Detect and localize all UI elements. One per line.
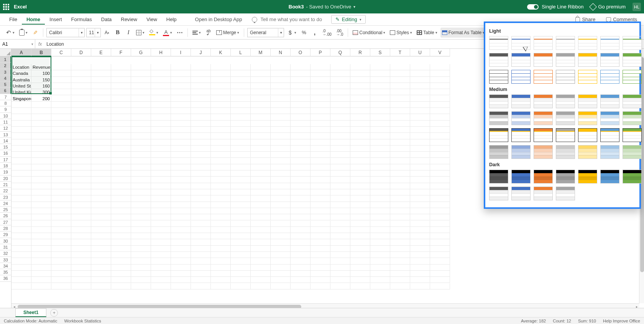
cell-D14[interactable] (71, 145, 91, 152)
cell-A6[interactable]: Singapore (12, 96, 31, 102)
col-header-R[interactable]: R (350, 49, 370, 56)
cell-P16[interactable] (310, 158, 330, 164)
cell-P11[interactable] (310, 127, 330, 133)
cell-P18[interactable] (310, 170, 330, 177)
grow-font-button[interactable]: A▴ (102, 28, 112, 38)
cell-U22[interactable] (410, 195, 430, 202)
cell-Q18[interactable] (330, 170, 350, 177)
name-box[interactable]: A1▾ (0, 40, 35, 48)
cell-B15[interactable] (31, 152, 51, 158)
cell-O21[interactable] (291, 189, 310, 195)
cell-V9[interactable] (430, 114, 450, 120)
cell-O6[interactable] (291, 96, 310, 102)
user-avatar[interactable]: HL (632, 3, 641, 11)
cell-N18[interactable] (271, 170, 291, 177)
calc-mode[interactable]: Calculation Mode: Automatic (4, 319, 57, 323)
cell-H13[interactable] (151, 139, 171, 145)
cell-B29[interactable] (31, 239, 51, 245)
cell-V10[interactable] (430, 121, 450, 127)
cell-H16[interactable] (151, 158, 171, 164)
cell-N11[interactable] (271, 127, 291, 133)
cell-E12[interactable] (91, 133, 111, 139)
cell-I33[interactable] (171, 264, 191, 271)
cell-M16[interactable] (251, 158, 271, 164)
cell-M5[interactable] (251, 89, 271, 95)
row-header-3[interactable]: 3 (0, 69, 11, 75)
cell-F21[interactable] (111, 189, 131, 195)
cell-G4[interactable] (131, 83, 151, 89)
table-style-swatch[interactable] (623, 70, 642, 84)
cell-P21[interactable] (310, 189, 330, 195)
cell-L7[interactable] (231, 102, 251, 108)
cell-N30[interactable] (271, 246, 291, 252)
cell-S24[interactable] (370, 208, 390, 214)
cell-B16[interactable] (31, 158, 51, 164)
cell-R5[interactable] (350, 89, 370, 95)
cell-I13[interactable] (171, 139, 191, 145)
cell-B20[interactable] (31, 183, 51, 189)
cell-G21[interactable] (131, 189, 151, 195)
cell-Q31[interactable] (330, 252, 350, 258)
cell-A4[interactable]: United Sta (12, 83, 31, 89)
cell-T28[interactable] (390, 233, 410, 239)
row-header-22[interactable]: 22 (0, 188, 11, 194)
table-style-swatch[interactable] (511, 187, 531, 200)
cell-S18[interactable] (370, 170, 390, 177)
cell-A34[interactable] (12, 271, 31, 277)
cell-J23[interactable] (191, 202, 211, 208)
cell-L18[interactable] (231, 170, 251, 177)
cell-F18[interactable] (111, 170, 131, 177)
cell-O31[interactable] (291, 252, 310, 258)
cell-L2[interactable] (231, 70, 251, 76)
cell-B34[interactable] (31, 271, 51, 277)
cell-M4[interactable] (251, 83, 271, 89)
cell-D20[interactable] (71, 183, 91, 189)
cell-J35[interactable] (191, 277, 211, 283)
cell-F12[interactable] (111, 133, 131, 139)
row-header-21[interactable]: 21 (0, 182, 11, 188)
cell-K31[interactable] (211, 252, 231, 258)
cell-S9[interactable] (370, 114, 390, 120)
cell-I17[interactable] (171, 164, 191, 170)
cell-T9[interactable] (390, 114, 410, 120)
cell-Q13[interactable] (330, 139, 350, 145)
cell-U3[interactable] (410, 77, 430, 83)
cell-M3[interactable] (251, 77, 271, 83)
cell-D27[interactable] (71, 227, 91, 233)
cell-E17[interactable] (91, 164, 111, 170)
cell-N32[interactable] (271, 258, 291, 264)
cell-C5[interactable] (51, 89, 71, 95)
col-header-S[interactable]: S (370, 49, 390, 56)
cell-V6[interactable] (430, 96, 450, 102)
cell-I2[interactable] (171, 70, 191, 76)
cell-V24[interactable] (430, 208, 450, 214)
cell-O32[interactable] (291, 258, 310, 264)
col-header-H[interactable]: H (151, 49, 171, 56)
cell-F26[interactable] (111, 221, 131, 227)
row-header-10[interactable]: 10 (0, 113, 11, 119)
cell-N9[interactable] (271, 114, 291, 120)
cell-S15[interactable] (370, 152, 390, 158)
cell-I18[interactable] (171, 170, 191, 177)
cell-M34[interactable] (251, 271, 271, 277)
cell-R25[interactable] (350, 214, 370, 220)
cell-F14[interactable] (111, 145, 131, 152)
table-style-swatch[interactable] (578, 94, 597, 108)
cell-J1[interactable] (191, 64, 211, 70)
cell-T7[interactable] (390, 102, 410, 108)
cell-Q33[interactable] (330, 264, 350, 271)
cell-G15[interactable] (131, 152, 151, 158)
cell-J2[interactable] (191, 70, 211, 76)
cell-K1[interactable] (211, 64, 231, 70)
cell-N12[interactable] (271, 133, 291, 139)
cell-S26[interactable] (370, 221, 390, 227)
cell-K15[interactable] (211, 152, 231, 158)
cell-F4[interactable] (111, 83, 131, 89)
cell-L1[interactable] (231, 64, 251, 70)
cell-B9[interactable] (31, 114, 51, 120)
cell-P29[interactable] (310, 239, 330, 245)
row-header-30[interactable]: 30 (0, 238, 11, 244)
row-header-7[interactable]: 7 (0, 94, 11, 100)
cell-N16[interactable] (271, 158, 291, 164)
cell-A8[interactable] (12, 108, 31, 114)
